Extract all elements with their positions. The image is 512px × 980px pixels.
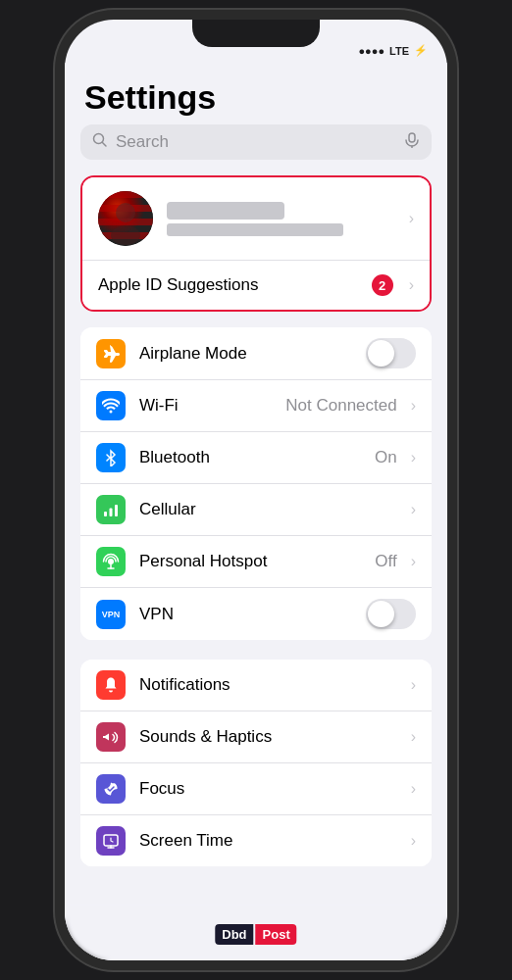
cellular-label: Cellular — [139, 500, 403, 519]
bluetooth-chevron: › — [411, 449, 416, 466]
screen-content: Settings Search — [65, 63, 447, 960]
notch — [192, 20, 320, 47]
profile-info — [167, 202, 401, 236]
notifications-label: Notifications — [139, 675, 403, 695]
cellular-chevron: › — [411, 501, 416, 518]
search-bar[interactable]: Search — [80, 124, 432, 160]
svg-rect-2 — [409, 133, 415, 142]
wifi-label: Wi-Fi — [139, 396, 285, 416]
svg-line-1 — [103, 143, 107, 147]
profile-subtitle — [167, 223, 343, 236]
bluetooth-label: Bluetooth — [139, 448, 375, 467]
screen-time-chevron: › — [411, 832, 416, 850]
personal-hotspot-label: Personal Hotspot — [139, 552, 375, 571]
svg-point-10 — [111, 225, 140, 245]
screen-time-icon — [96, 826, 126, 856]
cellular-icon — [96, 495, 126, 524]
settings-group-connectivity: Airplane Mode Wi-Fi Not Connected — [80, 327, 432, 640]
mic-icon — [404, 132, 420, 152]
vpn-icon: VPN — [96, 600, 126, 629]
settings-group-system: Notifications › Sounds & Haptics › — [80, 660, 432, 866]
avatar-image — [98, 191, 153, 246]
focus-icon — [96, 774, 126, 804]
svg-rect-13 — [110, 509, 113, 517]
avatar — [98, 191, 153, 246]
wifi-chevron: › — [411, 397, 416, 415]
signal-icon: ●●●● — [358, 45, 384, 57]
search-placeholder: Search — [116, 132, 396, 152]
personal-hotspot-row[interactable]: Personal Hotspot Off › — [80, 536, 432, 588]
vpn-badge-text: VPN — [99, 608, 124, 621]
notifications-row[interactable]: Notifications › — [80, 660, 432, 711]
svg-point-9 — [116, 203, 135, 222]
profile-row[interactable]: › — [82, 177, 430, 261]
vpn-toggle[interactable] — [366, 599, 416, 629]
bluetooth-row[interactable]: Bluetooth On › — [80, 432, 432, 484]
cellular-row[interactable]: Cellular › — [80, 484, 432, 536]
suggestions-chevron: › — [409, 276, 414, 294]
page-title: Settings — [65, 63, 447, 124]
profile-chevron: › — [409, 210, 414, 227]
airplane-mode-row[interactable]: Airplane Mode — [80, 327, 432, 380]
svg-rect-14 — [115, 505, 118, 516]
notifications-chevron: › — [411, 676, 416, 694]
battery-icon: ⚡ — [414, 44, 428, 57]
watermark: Dbd Post — [215, 924, 296, 945]
svg-point-15 — [108, 559, 114, 564]
suggestions-label: Apple ID Suggestions — [98, 275, 372, 295]
personal-hotspot-icon — [96, 547, 126, 576]
airplane-mode-icon — [96, 339, 126, 368]
watermark-dbd: Dbd — [215, 924, 253, 945]
sounds-haptics-label: Sounds & Haptics — [139, 727, 403, 747]
personal-hotspot-chevron: › — [411, 553, 416, 570]
phone-frame: ●●●● LTE ⚡ Settings Search — [65, 20, 447, 960]
search-icon — [92, 132, 108, 152]
focus-row[interactable]: Focus › — [80, 763, 432, 815]
focus-label: Focus — [139, 779, 403, 799]
airplane-mode-label: Airplane Mode — [139, 344, 358, 364]
airplane-mode-toggle-knob — [368, 340, 394, 367]
sounds-haptics-icon — [96, 722, 126, 752]
sounds-haptics-chevron: › — [411, 728, 416, 746]
vpn-label: VPN — [139, 605, 358, 624]
screen-time-row[interactable]: Screen Time › — [80, 815, 432, 866]
wifi-icon — [96, 391, 126, 420]
apple-id-suggestions-row[interactable]: Apple ID Suggestions 2 › — [82, 261, 430, 310]
svg-rect-12 — [104, 512, 107, 516]
suggestions-badge: 2 — [372, 274, 393, 296]
notifications-icon — [96, 670, 126, 700]
watermark-post: Post — [256, 924, 297, 945]
screen-time-label: Screen Time — [139, 831, 403, 851]
bluetooth-icon — [96, 443, 126, 472]
vpn-row[interactable]: VPN VPN — [80, 588, 432, 640]
status-icons: ●●●● LTE ⚡ — [358, 44, 428, 57]
bluetooth-value: On — [375, 448, 397, 467]
wifi-value: Not Connected — [285, 396, 396, 416]
svg-rect-5 — [98, 191, 153, 198]
lte-label: LTE — [389, 45, 409, 57]
focus-chevron: › — [411, 780, 416, 798]
sounds-haptics-row[interactable]: Sounds & Haptics › — [80, 711, 432, 763]
personal-hotspot-value: Off — [375, 552, 396, 571]
vpn-toggle-knob — [368, 601, 394, 627]
profile-name — [167, 202, 284, 220]
airplane-mode-toggle[interactable] — [366, 338, 416, 368]
apple-id-section: › Apple ID Suggestions 2 › — [80, 175, 432, 312]
wifi-row[interactable]: Wi-Fi Not Connected › — [80, 380, 432, 432]
